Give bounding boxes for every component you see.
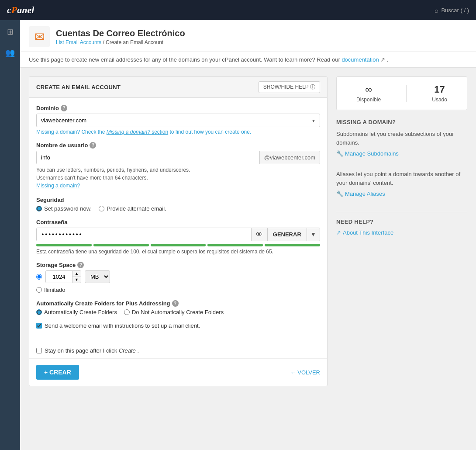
security-radio-group: Set password now. Provide alternate emai… xyxy=(36,205,320,212)
page-title: Cuentas De Correo Electrónico xyxy=(56,28,185,38)
back-button[interactable]: ← VOLVER xyxy=(290,369,320,376)
form-footer: + CREAR ← VOLVER xyxy=(29,358,327,386)
username-suffix: @viawebcenter.com xyxy=(259,151,320,164)
search-area[interactable]: ⌕ Buscar ( / ) xyxy=(435,7,469,14)
domain-group: Dominio ? viawebcenter.com Missing a dom… xyxy=(36,105,320,135)
missing-domain-hint: Missing a domain? Check the Missing a do… xyxy=(36,129,320,135)
strength-seg-1 xyxy=(36,244,92,246)
domain-help-icon[interactable]: ? xyxy=(61,105,67,111)
generar-button[interactable]: GENERAR xyxy=(267,228,307,241)
form-panel-title: CREATE AN EMAIL ACCOUNT xyxy=(36,84,121,90)
manage-aliases-link[interactable]: 🔧 Manage Aliases xyxy=(336,190,467,197)
security-radio-password[interactable] xyxy=(36,206,42,211)
disponible-stat: ∞ Disponible xyxy=(356,84,381,103)
stay-on-page-label[interactable]: Stay on this page after I click Create . xyxy=(36,347,320,354)
need-help-title: NEED HELP? xyxy=(336,218,467,225)
plus-radio-auto[interactable] xyxy=(36,309,42,315)
sidebar-divider xyxy=(336,212,467,212)
username-missing-domain-link[interactable]: Missing a domain? xyxy=(36,183,80,189)
stay-on-page-checkbox[interactable] xyxy=(36,348,42,353)
aliases-text: Aliases let you point a domain towards a… xyxy=(336,170,467,187)
password-group: Contraseña 👁 GENERAR ▼ xyxy=(36,219,320,255)
sidebar-users-icon[interactable]: 👥 xyxy=(3,45,17,60)
welcome-email-group: Send a welcome email with instructions t… xyxy=(36,322,320,329)
storage-input[interactable] xyxy=(46,271,72,283)
domain-select[interactable]: viawebcenter.com xyxy=(36,114,320,127)
page-header: ✉ Cuentas De Correo Electrónico List Ema… xyxy=(20,20,476,52)
breadcrumb: List Email Accounts / Create an Email Ac… xyxy=(56,39,185,45)
strength-seg-2 xyxy=(93,244,149,246)
cpanel-logo: cPanel xyxy=(7,4,34,16)
welcome-email-label[interactable]: Send a welcome email with instructions t… xyxy=(36,322,320,329)
external-link-icon: ↗ xyxy=(336,229,341,236)
documentation-link[interactable]: documentation xyxy=(341,56,379,63)
missing-domain-link[interactable]: Missing a domain? section xyxy=(107,129,168,135)
storage-radio-unlimited[interactable] xyxy=(36,287,42,293)
security-group: Seguridad Set password now. Provide alte… xyxy=(36,197,320,212)
security-option1-label[interactable]: Set password now. xyxy=(36,205,92,212)
password-input[interactable] xyxy=(37,228,251,241)
about-interface-link[interactable]: ↗ About This Interface xyxy=(336,229,467,236)
storage-unit-select[interactable]: MB GB xyxy=(85,270,110,283)
password-toggle-visibility-button[interactable]: 👁 xyxy=(251,228,267,241)
domain-label: Dominio ? xyxy=(36,105,320,111)
search-placeholder: Buscar ( / ) xyxy=(441,7,469,14)
info-bar: Use this page to create new email addres… xyxy=(20,52,476,68)
password-wrap: 👁 GENERAR ▼ xyxy=(36,228,320,241)
storage-value-wrap: ▲ ▼ MB GB xyxy=(36,270,320,283)
storage-label: Storage Space ? xyxy=(36,262,320,268)
plus-radio-group: Automatically Create Folders Do Not Auto… xyxy=(36,309,320,315)
need-help-section: NEED HELP? ↗ About This Interface xyxy=(336,218,467,236)
username-help-icon[interactable]: ? xyxy=(90,142,96,149)
email-icon: ✉ xyxy=(34,30,45,44)
stay-on-page-row: Stay on this page after I click Create . xyxy=(29,343,327,358)
storage-help-icon[interactable]: ? xyxy=(77,262,84,268)
sidebar-grid-icon[interactable]: ⊞ xyxy=(4,24,16,39)
strength-bar xyxy=(36,244,320,246)
form-panel-header: CREATE AN EMAIL ACCOUNT SHOW/HIDE HELP ⓘ xyxy=(29,77,327,98)
password-label: Contraseña xyxy=(36,219,320,225)
username-hint: You can use letters, numbers, periods, h… xyxy=(36,166,320,190)
create-button[interactable]: + CREAR xyxy=(36,365,79,380)
storage-unlimited-label[interactable]: Ilimitado xyxy=(36,287,320,293)
username-input-wrap: @viawebcenter.com xyxy=(36,151,320,164)
create-email-form-panel: CREATE AN EMAIL ACCOUNT SHOW/HIDE HELP ⓘ… xyxy=(29,76,328,386)
plus-addressing-label: Automatically Create Folders for Plus Ad… xyxy=(36,300,320,307)
storage-decrement-button[interactable]: ▼ xyxy=(72,277,81,283)
right-sidebar-panel: ∞ Disponible 17 Usado MISSING A DOMAIN? … xyxy=(336,76,467,245)
username-group: Nombre de usuario ? @viawebcenter.com Yo… xyxy=(36,142,320,190)
generar-dropdown-button[interactable]: ▼ xyxy=(307,228,320,241)
stats-divider xyxy=(406,85,407,102)
username-input[interactable] xyxy=(37,151,259,164)
plus-auto-label[interactable]: Automatically Create Folders xyxy=(36,309,117,315)
missing-domain-section: MISSING A DOMAIN? Subdomains let you cre… xyxy=(336,119,467,197)
welcome-email-checkbox[interactable] xyxy=(36,323,42,329)
breadcrumb-list-link[interactable]: List Email Accounts xyxy=(56,39,101,45)
subdomains-text: Subdomains let you create subsections of… xyxy=(336,130,467,147)
breadcrumb-current: Create an Email Account xyxy=(106,39,163,45)
storage-input-wrap: ▲ ▼ xyxy=(45,270,81,283)
security-radio-alternate[interactable] xyxy=(99,206,104,211)
security-label: Seguridad xyxy=(36,197,320,203)
search-icon: ⌕ xyxy=(435,7,438,14)
sidebar: ⊞ 👥 xyxy=(0,20,20,450)
show-hide-help-button[interactable]: SHOW/HIDE HELP ⓘ xyxy=(259,81,320,93)
storage-radio-value[interactable] xyxy=(36,274,42,280)
storage-spinners: ▲ ▼ xyxy=(72,271,81,283)
strength-text: Esta contraseña tiene una seguridad de 1… xyxy=(36,249,320,255)
topnav: cPanel ⌕ Buscar ( / ) xyxy=(0,0,476,20)
storage-options: ▲ ▼ MB GB I xyxy=(36,270,320,293)
plus-no-auto-label[interactable]: Do Not Automatically Create Folders xyxy=(124,309,224,315)
plus-radio-no-auto[interactable] xyxy=(124,309,130,315)
plus-addressing-group: Automatically Create Folders for Plus Ad… xyxy=(36,300,320,315)
storage-increment-button[interactable]: ▲ xyxy=(72,271,81,277)
storage-group: Storage Space ? ▲ ▼ xyxy=(36,262,320,293)
page-icon-wrap: ✉ xyxy=(29,26,50,47)
strength-seg-5 xyxy=(265,244,320,246)
manage-subdomains-link[interactable]: 🔧 Manage Subdomains xyxy=(336,150,467,157)
wrench-icon-aliases: 🔧 xyxy=(336,190,343,197)
usado-stat: 17 Usado xyxy=(432,84,447,103)
form-body: Dominio ? viawebcenter.com Missing a dom… xyxy=(29,98,327,343)
security-option2-label[interactable]: Provide alternate email. xyxy=(99,205,166,212)
plus-addressing-help-icon[interactable]: ? xyxy=(172,300,179,307)
